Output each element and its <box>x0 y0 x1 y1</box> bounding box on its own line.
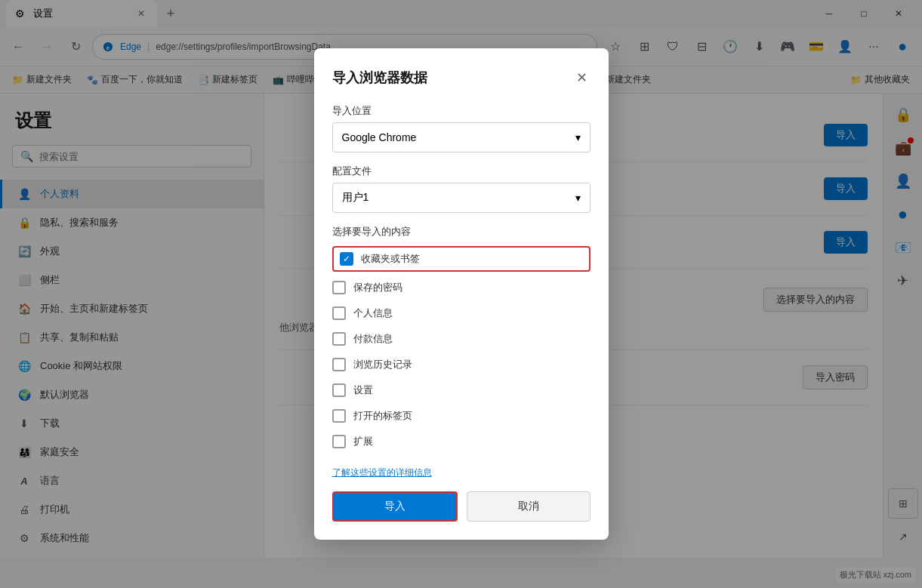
checkbox-item-open-tabs[interactable]: 打开的标签页 <box>332 403 591 429</box>
checkbox-passwords[interactable] <box>332 281 346 294</box>
checkbox-label: 打开的标签页 <box>353 409 412 423</box>
profile-dropdown-icon: ▾ <box>575 192 581 204</box>
checkbox-label: 收藏夹或书签 <box>361 252 420 266</box>
dialog-overlay: 导入浏览器数据 ✕ 导入位置 Google Chrome ▾ 配置文件 用户1 … <box>0 0 922 588</box>
dialog-footer: 导入 取消 <box>332 491 591 522</box>
checkbox-item-extensions[interactable]: 扩展 <box>332 429 591 454</box>
import-dialog: 导入浏览器数据 ✕ 导入位置 Google Chrome ▾ 配置文件 用户1 … <box>314 48 609 540</box>
import-from-select[interactable]: Google Chrome ▾ <box>332 122 591 152</box>
checkbox-payment[interactable] <box>332 332 346 346</box>
checkbox-label: 付款信息 <box>353 332 393 346</box>
checkbox-label: 浏览历史记录 <box>353 358 412 371</box>
checkbox-item-passwords[interactable]: 保存的密码 <box>332 275 591 300</box>
checkbox-item-settings[interactable]: 设置 <box>332 377 591 403</box>
profile-select[interactable]: 用户1 ▾ <box>332 183 591 213</box>
checkbox-extensions[interactable] <box>332 435 346 448</box>
checkbox-item-personal-info[interactable]: 个人信息 <box>332 300 591 326</box>
profile-value: 用户1 <box>342 191 369 205</box>
content-section-title: 选择要导入的内容 <box>332 225 591 239</box>
learn-more-link[interactable]: 了解这些设置的详细信息 <box>332 466 591 479</box>
import-confirm-button[interactable]: 导入 <box>332 491 458 522</box>
checkbox-label: 个人信息 <box>353 306 393 320</box>
checkbox-bookmarks[interactable]: ✓ <box>340 252 353 266</box>
checkbox-item-bookmarks[interactable]: ✓ 收藏夹或书签 <box>332 246 591 272</box>
profile-section: 配置文件 用户1 ▾ <box>332 165 591 213</box>
import-from-dropdown-icon: ▾ <box>575 131 581 143</box>
checkbox-item-history[interactable]: 浏览历史记录 <box>332 352 591 377</box>
checkbox-history[interactable] <box>332 358 346 371</box>
checkbox-label: 设置 <box>353 383 373 397</box>
content-select-section: 选择要导入的内容 ✓ 收藏夹或书签 保存的密码 个人信息 付款信息 浏览历史记录 <box>332 225 591 454</box>
checkbox-label: 保存的密码 <box>353 281 402 294</box>
import-from-value: Google Chrome <box>342 131 417 143</box>
dialog-close-button[interactable]: ✕ <box>573 66 591 89</box>
cancel-button[interactable]: 取消 <box>467 491 591 522</box>
dialog-header: 导入浏览器数据 ✕ <box>332 66 591 89</box>
checkbox-label: 扩展 <box>353 435 373 448</box>
dialog-title: 导入浏览器数据 <box>332 69 427 87</box>
import-from-label: 导入位置 <box>332 104 591 118</box>
checkbox-open-tabs[interactable] <box>332 409 346 423</box>
import-from-section: 导入位置 Google Chrome ▾ <box>332 104 591 152</box>
checkbox-personal-info[interactable] <box>332 306 346 320</box>
checkbox-item-payment[interactable]: 付款信息 <box>332 326 591 352</box>
checkbox-settings[interactable] <box>332 383 346 397</box>
profile-label: 配置文件 <box>332 165 591 178</box>
